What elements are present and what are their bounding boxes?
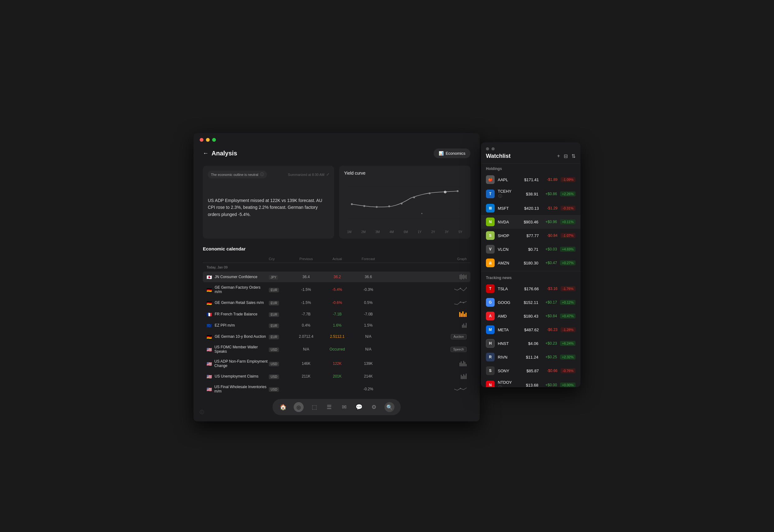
change-badge: +0.47%	[560, 314, 575, 319]
svg-point-12	[457, 190, 458, 192]
change-value: -$0.84	[542, 233, 557, 238]
list-item[interactable]: 🍎 AAPL $171.41 -$1.89 -1.09%	[481, 173, 580, 186]
yield-labels: 1M 2M 3M 4M 6M 1Y 2Y 3Y 5Y	[344, 230, 465, 234]
stock-icon-goog: G	[486, 298, 495, 307]
analysis-header: The economic outline is neutral ⓘ Summar…	[208, 171, 329, 178]
svg-point-4	[351, 203, 353, 205]
table-row[interactable]: 🇪🇺 EZ PPI m/m EUR 0.4% 1.6% 1.5%	[203, 320, 470, 331]
change-badge: +0.00%	[560, 383, 575, 387]
list-item[interactable]: ⊞ MSFT $420.13 -$1.29 -0.31%	[481, 201, 580, 215]
event-name: 🇺🇸 US FOMC Member Waller Speaks	[207, 345, 269, 354]
list-item[interactable]: a AMZN $180.30 +$0.47 +0.27%	[481, 256, 580, 270]
expand-icon[interactable]: ⤢	[326, 172, 329, 177]
page-title: Analysis	[212, 150, 237, 157]
graph-cell	[384, 386, 467, 392]
stock-price: $176.66	[518, 287, 539, 291]
stock-symbol: NVDA	[498, 220, 515, 224]
stock-symbol: SHOP	[498, 233, 515, 238]
header: ← Analysis 📊 Economics	[203, 149, 470, 158]
bottom-navigation: 🏠 ◎ ⬚ ☰ ✉ 💬 ⚙ 🔍	[273, 399, 401, 415]
table-row[interactable]: 🇫🇷 FR French Trade Balance EUR -7.7B -7.…	[203, 309, 470, 319]
stock-icon-rivn: R	[486, 353, 495, 361]
back-icon[interactable]: ←	[203, 150, 209, 157]
list-item[interactable]: R RIVN $11.24 +$0.25 +2.32%	[481, 350, 580, 364]
table-row[interactable]: 🇩🇪 GE German Factory Orders m/m EUR -1.5…	[203, 283, 470, 296]
svg-point-13	[421, 213, 422, 214]
event-name: 🇯🇵 JN Consumer Confidence	[207, 275, 269, 279]
change-badge: +4.69%	[560, 247, 575, 252]
table-row[interactable]: 🇩🇪 GE German 10-y Bond Auction EUR 2.071…	[203, 331, 470, 342]
info-icon: ⓘ	[200, 410, 204, 415]
table-row[interactable]: 🇩🇪 GE German Retail Sales m/m EUR -1.5% …	[203, 297, 470, 308]
nav-chat[interactable]: 💬	[355, 403, 363, 411]
close-button[interactable]	[200, 138, 204, 142]
stock-icon-amzn: a	[486, 259, 495, 267]
economics-button[interactable]: 📊 Economics	[434, 149, 470, 158]
nav-messages[interactable]: ✉	[340, 403, 348, 411]
event-name: 🇫🇷 FR French Trade Balance	[207, 312, 269, 316]
watchlist-scroll[interactable]: Holdings 🍎 AAPL $171.41 -$1.89 -1.09% T …	[481, 163, 580, 387]
svg-point-9	[413, 196, 415, 198]
stock-price: $420.13	[518, 206, 539, 211]
watchlist-window-controls	[481, 142, 580, 153]
change-value: +$0.25	[541, 355, 557, 359]
list-item[interactable]: H HNST $4.06 +$0.23 +6.24%	[481, 337, 580, 350]
yield-title: Yield curve	[344, 171, 465, 176]
yield-panel: Yield curve	[339, 166, 470, 239]
list-item[interactable]: G GOOG $152.11 +$0.17 +0.12%	[481, 296, 580, 309]
calendar-header: Ccy Previous Actual Forecast Graph	[203, 255, 470, 263]
w-minimize[interactable]	[491, 147, 495, 150]
layout-button[interactable]: ⊟	[564, 153, 568, 159]
tracking-news-label: Tracking news	[481, 273, 580, 282]
table-row[interactable]: 🇺🇸 US FOMC Member Waller Speaks USD N/A …	[203, 342, 470, 356]
nav-watchlist[interactable]: ☰	[325, 403, 334, 411]
filter-button[interactable]: ⇅	[571, 153, 575, 159]
w-close[interactable]	[486, 147, 489, 150]
list-item[interactable]: A AMD $180.43 +$0.84 +0.47%	[481, 309, 580, 323]
nav-portfolio[interactable]: ⬚	[310, 403, 319, 411]
table-row[interactable]: 🇺🇸 US Final Wholesale Inventories m/m US…	[203, 382, 470, 396]
change-value: +$0.86	[541, 192, 557, 196]
nav-home[interactable]: 🏠	[279, 403, 288, 411]
header-left: ← Analysis	[203, 150, 237, 157]
event-name: 🇩🇪 GE German Factory Orders m/m	[207, 285, 269, 294]
stock-price: $38.91	[518, 192, 538, 196]
stock-icon-nvda: N	[486, 218, 495, 226]
list-item[interactable]: T TCEHY ⓘ $38.91 +$0.86 +2.26%	[481, 186, 580, 201]
change-badge: +0.27%	[560, 260, 575, 265]
watchlist-title-bar: Watchlist + ⊟ ⇅	[481, 153, 580, 163]
stock-symbol: HNST	[498, 341, 515, 346]
nav-search[interactable]: 🔍	[385, 402, 394, 412]
table-row[interactable]: 🇯🇵 JN Consumer Confidence JPY 36.4 36.2 …	[203, 272, 470, 282]
list-item[interactable]: N NTDOY ⓘ $13.68 +$0.00 +0.00%	[481, 378, 580, 387]
list-item[interactable]: S SHOP $77.77 -$0.84 -1.07%	[481, 229, 580, 242]
list-item[interactable]: S SONY $85.87 -$0.66 -0.76%	[481, 364, 580, 378]
add-button[interactable]: +	[557, 153, 560, 159]
graph-cell	[384, 274, 467, 280]
graph-cell	[384, 374, 467, 379]
nav-analysis[interactable]: ◎	[294, 402, 304, 412]
svg-point-16	[460, 301, 461, 303]
stock-symbol: VLCN	[498, 247, 515, 252]
stock-symbol: GOOG	[498, 300, 515, 305]
stock-icon-meta: M	[486, 325, 495, 334]
holdings-section-label: Holdings	[481, 163, 580, 173]
list-item[interactable]: M META $487.62 -$6.23 -1.28%	[481, 323, 580, 337]
info-icon: ⓘ	[498, 385, 502, 387]
nav-settings[interactable]: ⚙	[370, 403, 378, 411]
stock-price: $180.43	[518, 314, 538, 319]
stock-icon-msft: ⊞	[486, 204, 495, 213]
list-item[interactable]: N NVDA $903.46 +$0.96 +0.11%	[481, 215, 580, 229]
stock-price: $152.11	[518, 300, 538, 305]
table-row[interactable]: 🇺🇸 US ADP Non-Farm Employment Change USD…	[203, 357, 470, 370]
graph-cell	[384, 323, 467, 328]
minimize-button[interactable]	[206, 138, 210, 142]
stock-icon-tcehy: T	[486, 190, 495, 198]
list-item[interactable]: V VLCN $0.71 +$0.03 +4.69%	[481, 242, 580, 256]
table-row[interactable]: 🇺🇸 US Unemployment Claims USD 211K 201K …	[203, 371, 470, 382]
maximize-button[interactable]	[212, 138, 216, 142]
list-item[interactable]: T TSLA $176.66 -$3.16 -1.76%	[481, 282, 580, 296]
change-value: +$0.23	[541, 341, 557, 346]
stock-symbol: TSLA	[498, 287, 515, 291]
change-badge: -1.28%	[560, 327, 575, 332]
